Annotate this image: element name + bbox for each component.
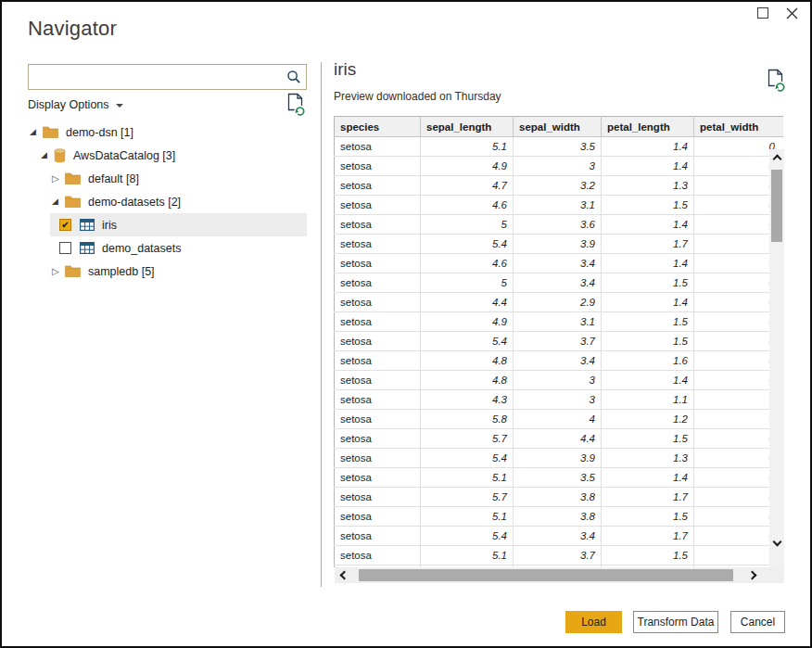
table-cell: 4.6	[421, 196, 514, 215]
vertical-scroll-thumb[interactable]	[771, 170, 782, 242]
table-cell: 1.2	[602, 410, 694, 429]
horizontal-scroll-thumb[interactable]	[359, 569, 733, 581]
close-icon[interactable]	[784, 6, 799, 20]
table-cell: 3.7	[514, 546, 602, 565]
table-row: setosa5.73.81.70.	[335, 488, 784, 507]
tree-item-default[interactable]: ▷ default [8]	[2, 167, 321, 190]
checkbox-demo_datasets[interactable]	[59, 242, 71, 254]
load-button[interactable]: Load	[565, 611, 622, 633]
checkbox-iris[interactable]: ✔	[59, 219, 71, 231]
table-row: setosa4.831.40.	[335, 371, 784, 390]
refresh-tree-icon[interactable]	[287, 93, 307, 121]
table-cell: 5.1	[421, 546, 514, 565]
table-cell: 5	[421, 215, 514, 235]
table-cell: setosa	[335, 390, 421, 410]
table-cell: setosa	[335, 371, 421, 390]
vertical-scrollbar[interactable]	[769, 149, 784, 583]
transform-data-button[interactable]: Transform Data	[633, 611, 718, 633]
expand-collapse-icon[interactable]: ◢	[30, 128, 43, 136]
tree-item-demo-datasets[interactable]: ◢ demo-datasets [2]	[2, 190, 321, 213]
scroll-right-icon[interactable]	[744, 567, 759, 582]
table-row: setosa5.13.71.50.	[335, 546, 784, 565]
table-cell: 5.7	[421, 488, 514, 507]
expand-icon[interactable]: ▷	[52, 267, 65, 276]
database-icon	[54, 148, 66, 163]
panel-divider	[321, 62, 322, 587]
table-row: setosa53.61.40.	[335, 215, 784, 235]
tree-item-demo_datasets[interactable]: demo_datasets	[50, 236, 307, 260]
table-cell: 1.5	[602, 507, 694, 527]
table-cell: 5.4	[421, 332, 514, 351]
tree-item-label: demo-datasets [2]	[88, 196, 181, 209]
table-row: setosa4.63.41.40.	[335, 254, 784, 273]
table-cell: setosa	[335, 215, 421, 235]
table-cell: 1.5	[602, 196, 694, 215]
table-row: setosa5.13.81.50.	[335, 507, 784, 527]
table-cell: 1.4	[602, 293, 694, 312]
expand-icon[interactable]: ▷	[52, 174, 65, 184]
scroll-down-icon[interactable]	[769, 534, 784, 549]
table-row: setosa53.41.50.	[335, 273, 784, 293]
table-cell: 3	[514, 371, 602, 390]
table-cell: 4.8	[421, 351, 514, 371]
table-cell: 2.9	[514, 293, 602, 312]
expand-collapse-icon[interactable]: ◢	[52, 197, 65, 206]
table-cell: 5	[421, 273, 514, 293]
table-cell: setosa	[335, 157, 421, 176]
table-cell: 1.4	[602, 371, 694, 390]
tree-item-demo-dsn[interactable]: ◢ demo-dsn [1]	[2, 121, 321, 144]
search-input[interactable]	[29, 65, 286, 89]
table-cell: setosa	[335, 527, 421, 546]
table-cell: 1.3	[602, 449, 694, 468]
scroll-up-icon[interactable]	[769, 151, 784, 166]
table-cell: 5.7	[421, 429, 514, 449]
table-cell: 1.5	[602, 273, 694, 293]
table-cell: 1.4	[602, 137, 694, 157]
table-cell: 4.9	[421, 157, 514, 176]
tree-item-AwsDataCatalog[interactable]: ◢ AwsDataCatalog [3]	[2, 144, 321, 167]
column-header-sepal_width: sepal_width	[514, 117, 602, 137]
table-cell: 5.4	[421, 527, 514, 546]
tree-item-sampledb[interactable]: ▷ sampledb [5]	[2, 260, 321, 283]
table-cell: 5.4	[421, 235, 514, 254]
preview-title: iris	[334, 59, 356, 80]
table-row: setosa5.13.51.40.	[335, 137, 784, 157]
table-cell: setosa	[335, 429, 421, 449]
table-cell: 3.4	[514, 527, 602, 546]
preview-subtitle: Preview downloaded on Thursday	[334, 90, 501, 103]
tree-item-label: iris	[102, 219, 117, 232]
cancel-button[interactable]: Cancel	[730, 611, 785, 633]
table-cell: 1.3	[602, 176, 694, 196]
tree-item-label: sampledb [5]	[88, 265, 155, 278]
horizontal-scrollbar[interactable]	[335, 567, 783, 583]
scroll-left-icon[interactable]	[336, 567, 351, 582]
maximize-icon[interactable]	[757, 7, 768, 19]
table-cell: 3.5	[514, 468, 602, 488]
table-cell: 3.7	[514, 332, 602, 351]
table-cell: setosa	[335, 273, 421, 293]
search-icon[interactable]	[286, 70, 301, 84]
table-cell: 3	[514, 157, 602, 176]
table-row: setosa5.43.91.70.	[335, 235, 784, 254]
table-cell: 4.4	[421, 293, 514, 312]
tree-item-iris[interactable]: ✔ iris	[50, 213, 307, 236]
table-row: setosa4.331.10.	[335, 390, 784, 410]
table-cell: 1.6	[602, 351, 694, 371]
column-header-species: species	[335, 117, 421, 137]
table-cell: setosa	[335, 137, 421, 157]
table-cell: setosa	[335, 254, 421, 273]
table-cell: 3.2	[514, 176, 602, 196]
table-cell: 1.5	[602, 312, 694, 332]
column-header-petal_width: petal_width	[694, 117, 784, 137]
table-row: setosa5.841.20.	[335, 410, 784, 429]
table-cell: 3.4	[514, 351, 602, 371]
table-cell: 1.5	[602, 332, 694, 351]
display-options-dropdown[interactable]: Display Options	[28, 96, 123, 113]
table-cell: 4.3	[421, 390, 514, 410]
tree-item-label: demo_datasets	[102, 242, 181, 255]
table-row: setosa5.43.41.70.	[335, 527, 784, 546]
table-cell: 3.9	[514, 449, 602, 468]
refresh-preview-icon[interactable]	[768, 69, 787, 96]
expand-collapse-icon[interactable]: ◢	[41, 151, 54, 159]
table-cell: 1.7	[602, 488, 694, 507]
